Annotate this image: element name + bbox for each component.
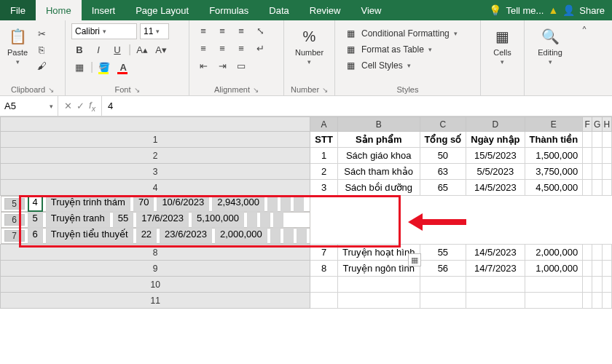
cell[interactable]: Sản phẩm — [337, 132, 420, 148]
cell[interactable] — [270, 228, 280, 244]
cell[interactable]: 5/5/2023 — [466, 164, 525, 180]
cell[interactable]: 8 — [310, 261, 338, 277]
name-box[interactable]: A5▾ — [0, 96, 58, 116]
cell[interactable] — [583, 164, 592, 180]
cell[interactable] — [267, 196, 278, 212]
tab-insert[interactable]: Insert — [82, 0, 126, 20]
align-right-button[interactable]: ≡ — [233, 41, 249, 55]
cell[interactable]: Ngày nhập — [466, 132, 525, 148]
row-header-10[interactable]: 10 — [1, 277, 310, 293]
increase-font-button[interactable]: A▴ — [134, 42, 150, 57]
cell[interactable] — [592, 164, 602, 180]
cell[interactable]: 1 — [310, 148, 338, 164]
cell[interactable] — [310, 277, 338, 293]
cell[interactable] — [420, 277, 466, 293]
cell[interactable] — [583, 245, 592, 261]
tab-home[interactable]: Home — [36, 0, 82, 20]
cell[interactable] — [602, 164, 611, 180]
cell[interactable] — [280, 196, 291, 212]
decrease-font-button[interactable]: A▾ — [153, 42, 169, 57]
row-header-8[interactable]: 8 — [1, 245, 310, 261]
cell[interactable]: 63 — [420, 164, 466, 180]
font-color-button[interactable]: A — [115, 60, 131, 74]
fx-icon[interactable]: fx — [89, 100, 95, 113]
cell[interactable] — [583, 293, 592, 309]
cell[interactable]: 2,943,000 — [212, 196, 264, 212]
cell[interactable]: 3,750,000 — [525, 164, 583, 180]
tab-data[interactable]: Data — [259, 0, 299, 20]
row-header-5[interactable]: 5 — [4, 198, 25, 210]
cut-button[interactable]: ✂ — [34, 26, 50, 41]
cell[interactable] — [592, 245, 602, 261]
row-header-6[interactable]: 6 — [4, 214, 25, 226]
cell[interactable] — [602, 245, 611, 261]
cell[interactable]: 22 — [136, 228, 157, 244]
cell[interactable]: 2,000,000 — [215, 228, 267, 244]
formula-input[interactable]: 4 — [102, 96, 612, 116]
cell[interactable] — [283, 228, 294, 244]
cell[interactable]: 3 — [310, 180, 338, 196]
cell[interactable] — [466, 293, 525, 309]
cell[interactable]: Truyện trinh thám — [46, 196, 130, 212]
cell[interactable] — [420, 293, 466, 309]
cell[interactable]: Sách giáo khoa — [337, 148, 420, 164]
cell[interactable]: 14/7/2023 — [466, 261, 525, 277]
cell[interactable] — [247, 212, 257, 228]
font-size-select[interactable]: 11▾ — [140, 23, 169, 39]
cell[interactable] — [583, 132, 592, 148]
row-header-4[interactable]: 4 — [1, 180, 310, 196]
cell[interactable]: 55 — [420, 245, 466, 261]
cell[interactable]: 1,000,000 — [525, 261, 583, 277]
font-name-select[interactable]: Calibri▾ — [71, 23, 137, 39]
cell[interactable]: 1,500,000 — [525, 148, 583, 164]
cell[interactable]: 65 — [420, 180, 466, 196]
col-header-E[interactable]: E — [525, 117, 583, 132]
tab-review[interactable]: Review — [299, 0, 351, 20]
tell-me[interactable]: Tell me... — [506, 5, 544, 16]
col-header-A[interactable]: A — [310, 117, 338, 132]
orientation-button[interactable]: ⤡ — [252, 23, 268, 38]
conditional-formatting-button[interactable]: ▦Conditional Formatting▾ — [341, 26, 474, 41]
cell[interactable]: 23/6/2023 — [160, 228, 212, 244]
cell[interactable] — [525, 293, 583, 309]
row-header-3[interactable]: 3 — [1, 164, 310, 180]
cell[interactable] — [583, 261, 592, 277]
cell[interactable] — [592, 293, 602, 309]
cell[interactable]: Thành tiền — [525, 132, 583, 148]
cell[interactable] — [592, 180, 602, 196]
cells-button[interactable]: ▦ Cells ▾ — [487, 23, 518, 68]
cell[interactable] — [525, 277, 583, 293]
align-top-button[interactable]: ≡ — [195, 23, 211, 38]
format-as-table-button[interactable]: ▦Format as Table▾ — [341, 42, 474, 57]
cell[interactable]: 4,500,000 — [525, 180, 583, 196]
cell[interactable]: 55 — [113, 212, 133, 228]
cell-active[interactable]: 4 — [28, 196, 43, 212]
cell[interactable]: 50 — [420, 148, 466, 164]
cell[interactable] — [592, 148, 602, 164]
cell[interactable] — [602, 293, 611, 309]
paste-button[interactable]: 📋 Paste ▾ — [6, 23, 29, 68]
cell[interactable] — [310, 293, 338, 309]
merge-button[interactable]: ▭ — [233, 58, 249, 73]
cell[interactable]: Sách bồi dưỡng — [337, 180, 420, 196]
format-painter-button[interactable]: 🖌 — [34, 58, 50, 73]
number-format-button[interactable]: % Number ▾ — [290, 23, 329, 68]
tab-page-layout[interactable]: Page Layout — [125, 0, 199, 20]
cell[interactable] — [294, 196, 304, 212]
cell[interactable] — [337, 277, 420, 293]
cell[interactable] — [602, 132, 611, 148]
dialog-launcher-icon[interactable]: ↘ — [134, 86, 140, 94]
cell[interactable]: 2 — [310, 164, 338, 180]
increase-indent-button[interactable]: ⇥ — [214, 58, 230, 73]
cell[interactable]: 5 — [28, 212, 43, 228]
quick-analysis-tag-icon[interactable]: ▦ — [408, 253, 421, 266]
col-header-D[interactable]: D — [466, 117, 525, 132]
row-header-1[interactable]: 1 — [1, 132, 310, 148]
cell[interactable]: Tổng số — [420, 132, 466, 148]
tab-view[interactable]: View — [350, 0, 391, 20]
cell[interactable] — [583, 277, 592, 293]
col-header-G[interactable]: G — [592, 117, 602, 132]
cell[interactable]: 6 — [28, 228, 43, 244]
cancel-icon[interactable]: ✕ — [64, 100, 72, 111]
cell[interactable]: 17/6/2023 — [136, 212, 189, 228]
